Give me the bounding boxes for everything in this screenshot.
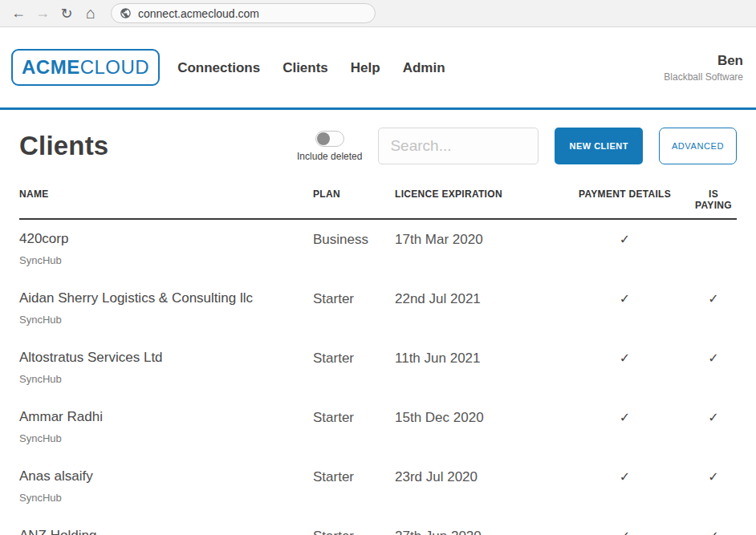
table-row[interactable]: Ammar Radhi SyncHub Starter 15th Dec 202…: [19, 398, 737, 457]
table-header-row: NAME PLAN LICENCE EXPIRATION PAYMENT DET…: [19, 188, 737, 220]
nav-item-help[interactable]: Help: [351, 60, 380, 76]
name-cell: ANZ Holding SyncHub: [19, 528, 313, 535]
refresh-icon[interactable]: ↻: [56, 3, 77, 24]
advanced-button[interactable]: ADVANCED: [659, 128, 737, 164]
name-cell: Altostratus Services Ltd SyncHub: [19, 350, 313, 385]
client-source: SyncHub: [19, 432, 313, 444]
client-source: SyncHub: [19, 373, 313, 385]
client-licence-expiration: 27th Jun 2020: [395, 528, 559, 535]
main-nav: Connections Clients Help Admin: [177, 60, 445, 76]
client-name: Altostratus Services Ltd: [19, 350, 313, 366]
client-plan: Starter: [313, 528, 395, 535]
include-deleted-block: Include deleted: [297, 131, 362, 162]
include-deleted-toggle[interactable]: [315, 131, 344, 147]
column-header-plan[interactable]: PLAN: [313, 188, 395, 211]
nav-item-connections[interactable]: Connections: [177, 60, 260, 76]
logo-text-cloud: CLOUD: [80, 56, 150, 79]
home-icon[interactable]: ⌂: [80, 3, 101, 24]
toggle-knob: [317, 132, 330, 145]
payment-details-check: ✓: [559, 290, 690, 326]
table-row[interactable]: Anas alsaify SyncHub Starter 23rd Jul 20…: [19, 457, 737, 517]
back-icon[interactable]: ←: [8, 3, 29, 24]
payment-details-check: ✓: [559, 528, 690, 535]
name-cell: Ammar Radhi SyncHub: [19, 409, 313, 444]
column-header-payment-details[interactable]: PAYMENT DETAILS: [559, 188, 690, 211]
name-cell: Aidan Sherry Logistics & Consulting llc …: [19, 290, 313, 326]
client-name: Ammar Radhi: [19, 409, 313, 425]
payment-details-check: ✓: [559, 409, 690, 444]
client-source: SyncHub: [19, 254, 313, 266]
page-title: Clients: [19, 131, 108, 161]
client-name: Anas alsaify: [19, 468, 313, 484]
client-licence-expiration: 11th Jun 2021: [395, 350, 559, 385]
logo-text-acme: ACME: [22, 56, 80, 79]
clients-table: NAME PLAN LICENCE EXPIRATION PAYMENT DET…: [19, 188, 737, 535]
client-source: SyncHub: [19, 314, 313, 326]
client-name: ANZ Holding: [19, 528, 313, 535]
table-row[interactable]: Altostratus Services Ltd SyncHub Starter…: [19, 338, 737, 398]
client-licence-expiration: 23rd Jul 2020: [395, 468, 559, 504]
toolbar-controls: Include deleted NEW CLIENT ADVANCED: [297, 128, 737, 164]
new-client-button[interactable]: NEW CLIENT: [555, 128, 642, 164]
url-text: connect.acmecloud.com: [138, 7, 259, 20]
table-row[interactable]: ANZ Holding SyncHub Starter 27th Jun 202…: [19, 517, 737, 535]
user-block: Ben Blackball Software: [664, 53, 745, 83]
name-cell: 420corp SyncHub: [19, 231, 313, 266]
nav-item-clients[interactable]: Clients: [282, 60, 328, 76]
address-bar[interactable]: connect.acmecloud.com: [111, 3, 376, 23]
table-row[interactable]: Aidan Sherry Logistics & Consulting llc …: [19, 279, 737, 338]
user-company: Blackball Software: [664, 71, 743, 83]
include-deleted-label: Include deleted: [297, 151, 362, 162]
payment-details-check: ✓: [559, 231, 690, 266]
client-source: SyncHub: [19, 492, 313, 504]
column-header-name[interactable]: NAME: [19, 188, 313, 211]
forward-icon[interactable]: →: [32, 3, 53, 24]
is-paying-check: ✓: [690, 409, 737, 444]
globe-icon: [120, 7, 132, 19]
is-paying-check: ✓: [690, 350, 737, 385]
is-paying-check: ✓: [690, 290, 737, 326]
is-paying-check: [690, 231, 737, 266]
site-header: ACMECLOUD Connections Clients Help Admin…: [0, 27, 756, 110]
client-plan: Starter: [313, 290, 395, 326]
user-name[interactable]: Ben: [664, 53, 743, 69]
payment-details-check: ✓: [559, 468, 690, 504]
is-paying-check: ✓: [690, 528, 737, 535]
browser-toolbar: ← → ↻ ⌂ connect.acmecloud.com: [0, 0, 756, 27]
client-licence-expiration: 15th Dec 2020: [395, 409, 559, 444]
column-header-is-paying[interactable]: IS PAYING: [690, 188, 737, 211]
client-plan: Starter: [313, 468, 395, 504]
client-plan: Starter: [313, 350, 395, 385]
client-plan: Business: [313, 231, 395, 266]
client-licence-expiration: 17th Mar 2020: [395, 231, 559, 266]
main-content: Clients Include deleted NEW CLIENT ADVAN…: [0, 128, 756, 535]
table-row[interactable]: 420corp SyncHub Business 17th Mar 2020 ✓: [19, 220, 737, 279]
nav-item-admin[interactable]: Admin: [403, 60, 445, 76]
column-header-licence-expiration[interactable]: LICENCE EXPIRATION: [395, 188, 559, 211]
payment-details-check: ✓: [559, 350, 690, 385]
search-input[interactable]: [378, 128, 539, 164]
acmecloud-logo[interactable]: ACMECLOUD: [11, 49, 160, 86]
is-paying-check: ✓: [690, 468, 737, 504]
client-licence-expiration: 22nd Jul 2021: [395, 290, 559, 326]
client-name: Aidan Sherry Logistics & Consulting llc: [19, 290, 313, 306]
name-cell: Anas alsaify SyncHub: [19, 468, 313, 504]
client-plan: Starter: [313, 409, 395, 444]
client-name: 420corp: [19, 231, 313, 247]
